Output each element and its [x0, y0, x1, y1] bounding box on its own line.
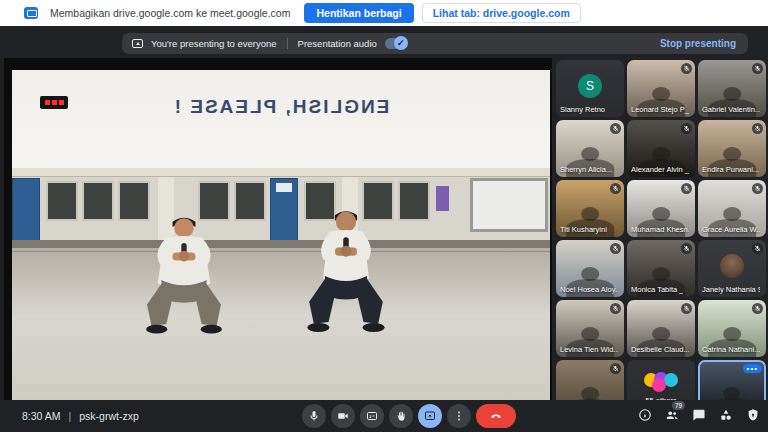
participant-name: Titi Kusharyini: [560, 225, 607, 234]
meet-bottom-bar: 8:30 AM | psk-grwt-zxp: [0, 400, 768, 432]
participant-name: Levina Tien Wid...: [560, 345, 618, 354]
whiteboard: [470, 178, 548, 232]
stop-sharing-button[interactable]: Hentikan berbagi: [304, 3, 413, 23]
leave-call-button[interactable]: [476, 404, 516, 428]
participant-name: Endira Purwani...: [702, 165, 759, 174]
mic-off-icon: [681, 243, 692, 254]
window: [398, 181, 430, 221]
gym-wall: [12, 70, 550, 168]
presentation-audio-label: Presentation audio: [298, 38, 377, 49]
participant-tile[interactable]: Noel Hosea Aloy...: [556, 240, 624, 297]
participant-name: Gabriel Valentin...: [702, 105, 760, 114]
window: [234, 181, 266, 221]
mic-off-icon: [752, 183, 763, 194]
people-count-badge: 79: [672, 401, 685, 410]
stop-presenting-button[interactable]: Stop presenting: [660, 38, 736, 49]
tab-share-icon: [24, 7, 38, 19]
others-avatars-icon: [644, 372, 678, 388]
captions-button[interactable]: [360, 404, 384, 428]
wall-slogan: ENGLISH, PLEASE !: [12, 96, 550, 118]
participant-tile[interactable]: Titi Kusharyini: [556, 180, 624, 237]
mic-off-icon: [681, 63, 692, 74]
participant-tile[interactable]: Grace Aurelia W...: [698, 180, 766, 237]
participant-tile[interactable]: Gabriel Valentin...: [698, 60, 766, 117]
mic-off-icon: [752, 63, 763, 74]
participant-tile[interactable]: Desibelle Claud...: [627, 300, 695, 357]
floor-edge: [12, 251, 550, 252]
call-controls: [302, 404, 516, 428]
participant-tile[interactable]: Sherryn Alicia...: [556, 120, 624, 177]
present-button[interactable]: [418, 404, 442, 428]
participant-tile[interactable]: Catrina Nathani...: [698, 300, 766, 357]
participant-tile[interactable]: Monica Tabita _: [627, 240, 695, 297]
present-to-all-icon: [132, 39, 143, 48]
view-tab-button[interactable]: Lihat tab: drive.google.com: [422, 3, 581, 23]
host-controls-button[interactable]: [746, 408, 760, 422]
window: [46, 181, 78, 221]
mic-off-icon: [681, 303, 692, 314]
window: [82, 181, 114, 221]
participant-name: Monica Tabita _: [631, 285, 683, 294]
mic-off-icon: [610, 123, 621, 134]
mic-off-icon: [752, 303, 763, 314]
chrome-share-bar: Membagikan drive.google.com ke meet.goog…: [0, 0, 768, 26]
instructor-left: [140, 202, 228, 356]
participant-tile[interactable]: Janely Nathania S...: [698, 240, 766, 297]
participant-name: Janely Nathania S...: [702, 285, 760, 294]
mic-button[interactable]: [302, 404, 326, 428]
participant-tile[interactable]: SSianny Retno: [556, 60, 624, 117]
avatar-photo: [720, 254, 744, 278]
wall-skirting: [12, 240, 550, 248]
panel-controls: 79: [638, 408, 760, 422]
mic-off-icon: [681, 123, 692, 134]
participant-tile[interactable]: Muhamad Khesn...: [627, 180, 695, 237]
instructor-right: [300, 196, 392, 356]
participant-name: Noel Hosea Aloy...: [560, 285, 618, 294]
mic-off-icon: [610, 363, 621, 374]
more-options-button[interactable]: [447, 404, 471, 428]
mic-off-icon: [610, 243, 621, 254]
banner-divider: [287, 38, 288, 49]
meeting-code: psk-grwt-zxp: [79, 410, 139, 422]
tile-options-badge[interactable]: •••: [743, 364, 762, 373]
mic-off-icon: [610, 183, 621, 194]
participant-name: Muhamad Khesn...: [631, 225, 689, 234]
blue-door-left: [12, 178, 40, 246]
camera-button[interactable]: [331, 404, 355, 428]
participant-tile[interactable]: Endira Purwani...: [698, 120, 766, 177]
presenting-label: You're presenting to everyone: [151, 38, 277, 49]
avatar-initial: S: [578, 74, 602, 98]
mic-off-icon: [752, 243, 763, 254]
shared-video: ENGLISH, PLEASE !: [12, 70, 550, 400]
participant-name: Catrina Nathani...: [702, 345, 760, 354]
presentation-stage[interactable]: ENGLISH, PLEASE !: [4, 58, 552, 400]
participant-name: Desibelle Claud...: [631, 345, 689, 354]
participant-name: Leonard Stejo P_: [631, 105, 689, 114]
chat-button[interactable]: [692, 408, 706, 422]
blue-door-center: [270, 178, 298, 246]
mic-off-icon: [681, 183, 692, 194]
participant-name: Alexander Alvin _: [631, 165, 689, 174]
meeting-details-button[interactable]: [638, 408, 652, 422]
activities-button[interactable]: [719, 408, 733, 422]
participant-tile[interactable]: Levina Tien Wid...: [556, 300, 624, 357]
meeting-info: 8:30 AM | psk-grwt-zxp: [22, 410, 139, 422]
presenting-banner: You're presenting to everyone Presentati…: [122, 33, 748, 54]
people-button[interactable]: 79: [665, 408, 679, 422]
participant-name: Sianny Retno: [560, 105, 605, 114]
google-meet-window: Membagikan drive.google.com ke meet.goog…: [0, 0, 768, 432]
mic-off-icon: [752, 123, 763, 134]
presentation-audio-toggle[interactable]: ✓: [385, 38, 407, 49]
info-separator: |: [69, 410, 72, 422]
wall-beam: [12, 168, 550, 177]
share-message: Membagikan drive.google.com ke meet.goog…: [50, 7, 290, 19]
mic-off-icon: [610, 303, 621, 314]
participant-name: Sherryn Alicia...: [560, 165, 612, 174]
gym-floor: [12, 248, 550, 400]
toggle-check-icon: ✓: [394, 36, 408, 50]
raise-hand-button[interactable]: [389, 404, 413, 428]
participant-tile[interactable]: Alexander Alvin _: [627, 120, 695, 177]
purple-poster: [436, 186, 449, 211]
participants-grid: SSianny RetnoLeonard Stejo P_Gabriel Val…: [556, 60, 766, 417]
participant-tile[interactable]: Leonard Stejo P_: [627, 60, 695, 117]
